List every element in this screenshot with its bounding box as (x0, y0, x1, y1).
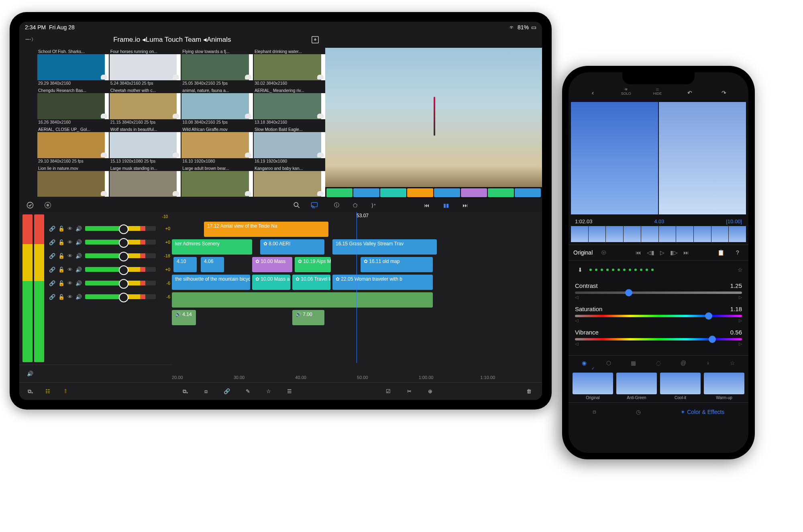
ip-next-icon[interactable]: ⏭ (683, 249, 689, 256)
slider-knob[interactable] (625, 289, 632, 296)
timeline-track[interactable]: the silhouette of the mountain bicyc✿ 10… (172, 275, 542, 290)
keyframe-dots[interactable]: ⬇ ☆ (569, 261, 748, 279)
preset-warm-up[interactable]: Warm-up (704, 373, 744, 400)
mute-icon[interactable]: 🔊 (75, 294, 82, 300)
library-clip[interactable]: Large musk standing in... (110, 165, 180, 198)
fx-tab-color-icon[interactable]: ◉ (582, 360, 587, 366)
mute-icon[interactable]: 🔊 (75, 267, 82, 273)
link-icon[interactable]: 🔗 (49, 253, 55, 259)
clipboard-icon[interactable]: 📋 (715, 247, 727, 258)
mute-icon[interactable]: 🔊 (75, 239, 82, 245)
timeline-clip[interactable]: 4.10 (173, 257, 197, 272)
waveform-icon[interactable]: ⟩⁺ (368, 200, 380, 210)
slider-knob[interactable] (709, 336, 716, 343)
mute-icon[interactable]: 🔊 (75, 253, 82, 259)
lock-icon[interactable]: 🔓 (58, 280, 65, 286)
add-track-icon[interactable]: ⧉₊ (24, 386, 36, 397)
source-icon[interactable]: ᠁⟩ (23, 35, 35, 45)
preview-mini-timeline[interactable] (325, 187, 542, 198)
visibility-icon[interactable]: 👁 (67, 294, 73, 300)
link-icon[interactable]: 🔗 (49, 294, 55, 300)
ip-stepfwd-icon[interactable]: ▮▷ (670, 249, 678, 256)
mark-icon[interactable]: ☑ (382, 386, 394, 397)
library-clip[interactable]: School Of Fish. Sharks...29.29 3840x2160 (37, 49, 108, 86)
record-icon[interactable] (42, 200, 54, 210)
timeline-clip[interactable]: ✿ 10.00 Mass a (252, 275, 290, 290)
pause-icon[interactable]: ▮▮ (440, 200, 452, 210)
library-clip[interactable]: Flying slow towards a fj...25.05 3840x21… (181, 49, 252, 86)
slider-track[interactable] (575, 338, 742, 340)
library-clip[interactable]: animal, nature, fauna a...10.08 3840x216… (181, 88, 252, 125)
iphone-filmstrip[interactable] (571, 226, 746, 242)
timeline-clip[interactable]: ✿ 16.11 old map (361, 257, 433, 272)
fx-tab-3d-icon[interactable]: ⬡ (606, 360, 611, 366)
fx-tab-spiral-icon[interactable]: @ (681, 360, 686, 366)
library-breadcrumb[interactable]: Frame.io ◂Luma Touch Team ◂Animals (39, 35, 305, 44)
favorite-icon[interactable]: ☆ (263, 386, 275, 397)
visibility-icon[interactable]: 👁 (67, 226, 73, 232)
compare-icon[interactable]: ⦾ (597, 247, 609, 258)
timeline-track[interactable]: 17.12 Aerial view of the Teide Na (172, 222, 542, 237)
iphone-preview[interactable] (569, 102, 748, 214)
lock-icon[interactable]: 🔓 (58, 267, 65, 273)
timeline-clip[interactable]: 🔊 7.00 (292, 310, 324, 325)
volume-slider[interactable] (85, 253, 156, 258)
delete-icon[interactable]: 🗑 (523, 386, 535, 397)
download-kf-icon[interactable]: ⬇ (574, 265, 586, 275)
master-volume-icon[interactable]: 🔊 (24, 369, 36, 379)
add-icon[interactable]: ⊕ (424, 386, 436, 397)
timeline-clip[interactable]: the silhouette of the mountain bicyc (172, 275, 250, 290)
color-fx-tab[interactable]: ✴ Color & Effects (681, 409, 724, 415)
slider-track[interactable] (575, 315, 742, 317)
library-clip[interactable]: Large adult brown bear... (181, 165, 252, 198)
preset-original[interactable]: Original (573, 373, 613, 400)
library-clip[interactable]: AERIAL_ Meandering riv...13.18 3840x2160 (254, 88, 324, 125)
timeline-clip[interactable]: ✿ 8.00 AERI (260, 239, 324, 255)
mute-icon[interactable]: 🔊 (75, 280, 82, 286)
hide-icon[interactable]: 👁̸ (656, 88, 659, 92)
lock-icon[interactable]: 🔓 (58, 294, 65, 300)
marker-add-icon[interactable]: ⬠ (349, 200, 361, 210)
library-clip[interactable]: Wolf stands in beautiful...15.13 1920x10… (110, 126, 180, 164)
visibility-icon[interactable]: 👁 (67, 239, 73, 245)
playhead[interactable] (357, 212, 357, 363)
lock-icon[interactable]: 🔓 (58, 226, 65, 232)
fx-tab-grid-icon[interactable]: ▦ (631, 360, 636, 366)
volume-slider[interactable] (85, 267, 156, 272)
insert-icon[interactable]: ⧉₊ (179, 386, 191, 397)
library-clip[interactable]: Kangaroo and baby kan... (254, 165, 324, 198)
link-icon[interactable]: 🔗 (49, 280, 55, 286)
fx-tab-light-icon[interactable]: ♀ (706, 360, 710, 366)
link-icon[interactable]: 🔗 (49, 267, 55, 273)
cast-icon[interactable] (308, 200, 320, 210)
timeline-clip[interactable]: 16.15 Grass Valley Stream Trav (332, 239, 437, 255)
edit-icon[interactable]: ✎ (242, 386, 254, 397)
timeline-clip[interactable]: ✿ 10.00 Mass (252, 257, 292, 272)
back-icon[interactable]: ‹ (587, 88, 599, 98)
volume-slider[interactable] (85, 294, 156, 299)
prev-icon[interactable]: ⏮ (421, 200, 433, 210)
split-icon[interactable]: ✂ (403, 386, 415, 397)
library-clip[interactable]: Lion lie in nature.mov (37, 165, 108, 198)
view-mode1-icon[interactable]: ☷ (42, 386, 54, 397)
lock-icon[interactable]: 🔓 (58, 253, 65, 259)
solo-icon[interactable]: 👁 (624, 88, 628, 92)
timeline-clip[interactable]: 4.06 (201, 257, 224, 272)
help-icon[interactable]: ? (732, 247, 744, 258)
timeline-track[interactable]: 🔊 4.14🔊 7.00 (172, 310, 542, 325)
preset-cool-it[interactable]: Cool-it (660, 373, 701, 400)
crop-tab-icon[interactable]: ⧈ (593, 408, 596, 415)
library-clip[interactable]: Cheetah mother with c...21.15 3840x2160 … (110, 88, 180, 125)
timeline-clip[interactable]: ✿ 10.19 Alps M (295, 257, 331, 272)
volume-slider[interactable] (85, 226, 156, 231)
time-ruler[interactable]: 20.0030.0040.0050.001:00.001:10.00 (172, 373, 542, 382)
speed-tab-icon[interactable]: ◷ (636, 409, 641, 415)
mute-icon[interactable]: 🔊 (75, 226, 82, 232)
visibility-icon[interactable]: 👁 (67, 253, 73, 259)
ip-prev-icon[interactable]: ⏮ (636, 249, 641, 256)
fx-tab-fav-icon[interactable]: ☆ (730, 360, 735, 366)
library-clip[interactable]: Four horses running on...5.24 3840x2160 … (110, 49, 180, 86)
ip-stepback-icon[interactable]: ◁▮ (647, 249, 654, 256)
library-clip[interactable]: Chengdu Research Bas...16.26 3840x2160 (37, 88, 108, 125)
library-clip[interactable]: Wild African Giraffe.mov16.10 1920x1080 (181, 126, 252, 164)
